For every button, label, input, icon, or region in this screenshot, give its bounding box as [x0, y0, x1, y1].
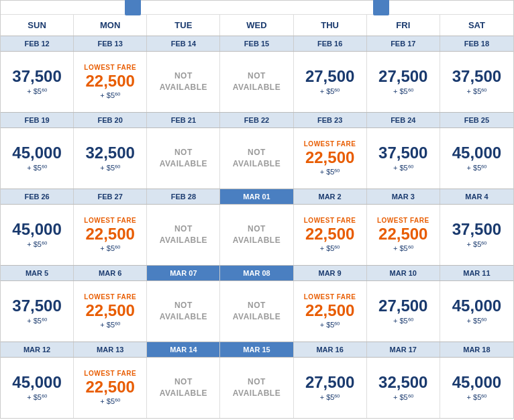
fare-cell[interactable]: 32,500+ $5⁶⁰: [74, 128, 147, 189]
not-available-label: NOT AVAILABLE: [223, 70, 289, 93]
fare-cell[interactable]: 45,000+ $5⁶⁰: [440, 128, 513, 189]
date-label: FEB 22: [220, 113, 293, 127]
week-label-row-3: MAR 5MAR 6MAR 07MAR 08MAR 9MAR 10MAR 11: [1, 265, 513, 280]
lowest-fare-label: LOWEST FARE: [84, 293, 136, 301]
fare-tax: + $5⁶⁰: [27, 164, 47, 172]
fare-tax: + $5⁶⁰: [320, 87, 340, 96]
fare-amount: 37,500: [452, 68, 501, 85]
fare-cell[interactable]: 32,500+ $5⁶⁰: [367, 358, 440, 418]
week-label-row-0: FEB 12FEB 13FEB 14FEB 15FEB 16FEB 17FEB …: [1, 36, 513, 51]
day-header-tue: TUE: [147, 15, 220, 36]
not-available-label: NOT AVAILABLE: [223, 376, 289, 399]
date-label: MAR 3: [367, 189, 440, 204]
date-label: MAR 13: [74, 342, 147, 357]
fare-amount: 27,500: [378, 297, 427, 315]
day-header-fri: FRI: [367, 15, 440, 36]
fare-amount: 22,500: [305, 149, 354, 166]
fare-tax: + $5⁶⁰: [320, 244, 340, 253]
date-label: MAR 10: [367, 266, 440, 280]
fare-cell[interactable]: 45,000+ $5⁶⁰: [1, 358, 74, 418]
date-label: FEB 20: [74, 113, 147, 127]
fare-tax: + $5⁶⁰: [393, 244, 413, 253]
fare-amount: 45,000: [452, 374, 501, 391]
fare-cell[interactable]: 37,500+ $5⁶⁰: [1, 52, 74, 112]
prev-button[interactable]: [125, 0, 141, 15]
fare-amount: 22,500: [378, 225, 427, 243]
fare-tax: + $5⁶⁰: [27, 87, 47, 96]
week-row-3: 37,500+ $5⁶⁰LOWEST FARE22,500+ $5⁶⁰NOT A…: [1, 280, 513, 342]
date-label: MAR 2: [294, 189, 367, 204]
fare-tax: + $5⁶⁰: [467, 393, 487, 402]
fare-cell[interactable]: 37,500+ $5⁶⁰: [440, 52, 513, 112]
date-label: MAR 07: [147, 266, 220, 280]
fare-tax: + $5⁶⁰: [393, 87, 413, 96]
fare-cell[interactable]: LOWEST FARE22,500+ $5⁶⁰: [367, 205, 440, 265]
date-label: MAR 15: [220, 342, 293, 357]
fare-tax: + $5⁶⁰: [467, 317, 487, 325]
fare-cell[interactable]: LOWEST FARE22,500+ $5⁶⁰: [294, 205, 367, 265]
fare-cell[interactable]: LOWEST FARE22,500+ $5⁶⁰: [74, 52, 147, 112]
fare-cell: NOT AVAILABLE: [147, 128, 220, 189]
not-available-label: NOT AVAILABLE: [150, 300, 216, 323]
day-headers-row: SUNMONTUEWEDTHUFRISAT: [1, 14, 513, 36]
fare-cell: NOT AVAILABLE: [220, 281, 293, 342]
fare-cell[interactable]: 37,500+ $5⁶⁰: [367, 128, 440, 189]
date-label: FEB 14: [147, 36, 220, 51]
fare-cell[interactable]: 27,500+ $5⁶⁰: [294, 358, 367, 418]
fare-cell[interactable]: 27,500+ $5⁶⁰: [367, 52, 440, 112]
lowest-fare-label: LOWEST FARE: [84, 217, 136, 224]
fare-amount: 45,000: [452, 144, 501, 162]
fare-cell[interactable]: 45,000+ $5⁶⁰: [440, 281, 513, 342]
fare-tax: + $5⁶⁰: [100, 244, 120, 253]
fare-cell[interactable]: 45,000+ $5⁶⁰: [1, 205, 74, 265]
fare-cell[interactable]: 27,500+ $5⁶⁰: [294, 52, 367, 112]
fare-amount: 37,500: [12, 297, 61, 315]
lowest-fare-label: LOWEST FARE: [84, 370, 136, 377]
fare-amount: 45,000: [12, 144, 61, 162]
fare-tax: + $5⁶⁰: [100, 321, 120, 329]
date-label: MAR 18: [440, 342, 513, 357]
fare-cell[interactable]: 37,500+ $5⁶⁰: [440, 205, 513, 265]
date-label: MAR 17: [367, 342, 440, 357]
week-row-0: 37,500+ $5⁶⁰LOWEST FARE22,500+ $5⁶⁰NOT A…: [1, 51, 513, 112]
not-available-label: NOT AVAILABLE: [150, 147, 216, 170]
date-label: MAR 01: [220, 189, 293, 204]
week-label-row-1: FEB 19FEB 20FEB 21FEB 22FEB 23FEB 24FEB …: [1, 112, 513, 127]
next-button[interactable]: [373, 0, 389, 15]
fare-amount: 22,500: [86, 72, 135, 90]
fare-tax: + $5⁶⁰: [100, 164, 120, 172]
date-label: FEB 13: [74, 36, 147, 51]
date-label: MAR 12: [1, 342, 74, 357]
fare-cell[interactable]: LOWEST FARE22,500+ $5⁶⁰: [294, 281, 367, 342]
date-label: FEB 18: [440, 36, 513, 51]
fare-amount: 45,000: [12, 221, 61, 238]
fare-tax: + $5⁶⁰: [27, 317, 47, 325]
fare-cell[interactable]: LOWEST FARE22,500+ $5⁶⁰: [294, 128, 367, 189]
fare-cell[interactable]: LOWEST FARE22,500+ $5⁶⁰: [74, 358, 147, 418]
fare-cell[interactable]: LOWEST FARE22,500+ $5⁶⁰: [74, 281, 147, 342]
fare-cell: NOT AVAILABLE: [147, 52, 220, 112]
lowest-fare-label: LOWEST FARE: [84, 64, 136, 71]
fare-cell: NOT AVAILABLE: [220, 128, 293, 189]
fare-amount: 32,500: [86, 144, 135, 162]
fare-tax: + $5⁶⁰: [27, 393, 47, 402]
not-available-label: NOT AVAILABLE: [223, 300, 289, 323]
fare-cell[interactable]: 45,000+ $5⁶⁰: [440, 358, 513, 418]
fare-cell: NOT AVAILABLE: [147, 358, 220, 418]
fare-cell[interactable]: 27,500+ $5⁶⁰: [367, 281, 440, 342]
not-available-label: NOT AVAILABLE: [150, 376, 216, 399]
fare-cell[interactable]: 37,500+ $5⁶⁰: [1, 281, 74, 342]
fare-amount: 22,500: [305, 225, 354, 243]
fare-amount: 27,500: [378, 68, 427, 85]
date-label: FEB 23: [294, 113, 367, 127]
fare-tax: + $5⁶⁰: [320, 168, 340, 176]
fare-cell[interactable]: LOWEST FARE22,500+ $5⁶⁰: [74, 205, 147, 265]
week-row-2: 45,000+ $5⁶⁰LOWEST FARE22,500+ $5⁶⁰NOT A…: [1, 204, 513, 265]
calendar-header: [1, 1, 513, 14]
fare-cell: NOT AVAILABLE: [147, 205, 220, 265]
fare-amount: 32,500: [378, 374, 427, 391]
fare-cell: NOT AVAILABLE: [220, 52, 293, 112]
lowest-fare-label: LOWEST FARE: [304, 140, 356, 148]
fare-tax: + $5⁶⁰: [467, 240, 487, 249]
fare-cell[interactable]: 45,000+ $5⁶⁰: [1, 128, 74, 189]
